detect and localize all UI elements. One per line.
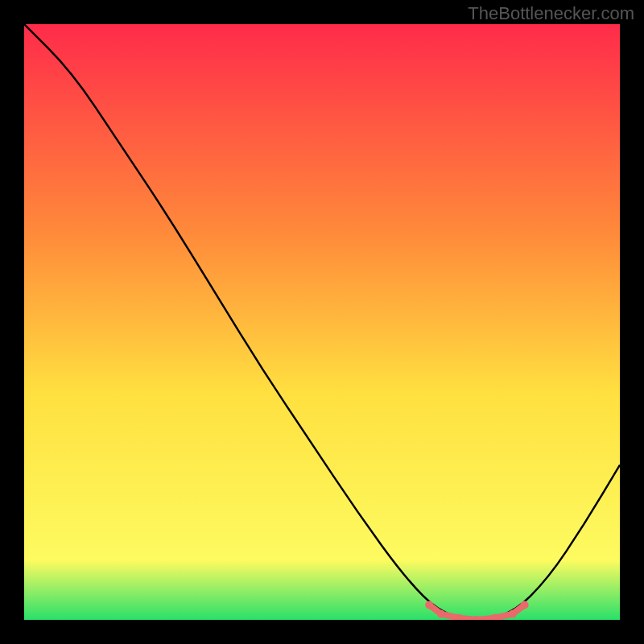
highlight-point — [509, 610, 517, 618]
highlight-point — [521, 601, 529, 609]
gradient-background — [24, 24, 620, 620]
highlight-point — [425, 601, 433, 609]
chart-area — [24, 24, 620, 620]
watermark-text: TheBottlenecker.com — [468, 3, 634, 24]
highlight-point — [437, 610, 445, 618]
chart-svg — [24, 24, 620, 620]
